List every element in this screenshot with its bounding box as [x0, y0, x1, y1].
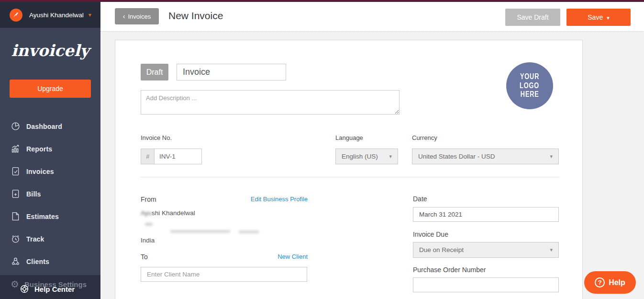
track-icon: [11, 234, 21, 244]
bills-icon: [11, 189, 21, 199]
gear-icon: ⚙: [11, 279, 19, 289]
bird-icon: [12, 11, 20, 19]
description-textarea[interactable]: [141, 90, 400, 115]
sidebar-nav: Dashboard Reports Invoices Bills: [0, 115, 100, 273]
page-header: ‹Invoices New Invoice Save Draft Save▾: [100, 2, 644, 32]
help-center-button[interactable]: Help Center: [19, 284, 75, 294]
section-divider: [140, 177, 559, 177]
dashboard-icon: [11, 121, 21, 131]
invoices-icon: [11, 166, 21, 176]
save-draft-button[interactable]: Save Draft: [505, 9, 560, 26]
save-button[interactable]: Save▾: [566, 9, 631, 26]
sidebar-item-track[interactable]: Track: [0, 228, 100, 250]
sidebar-item-clients[interactable]: Clients: [0, 250, 100, 273]
sidebar-item-invoices[interactable]: Invoices: [0, 160, 100, 183]
page-title: New Invoice: [168, 10, 223, 22]
chevron-down-icon: ▾: [550, 247, 553, 253]
sidebar-item-dashboard[interactable]: Dashboard: [0, 115, 100, 138]
language-label: Language: [335, 134, 363, 141]
invoice-title-input[interactable]: [177, 64, 286, 80]
user-menu[interactable]: Ayushi Khandelwal ▾: [0, 2, 100, 28]
client-name-input[interactable]: [141, 267, 307, 282]
invoice-card: Draft YOUR LOGO HERE Invoice No. # Langu…: [115, 40, 583, 299]
language-select[interactable]: English (US) ▾: [335, 149, 398, 164]
user-name: Ayushi Khandelwal: [29, 12, 84, 19]
to-label: To: [141, 253, 148, 261]
purchase-order-label: Purchase Order Number: [413, 266, 486, 274]
business-country: India: [141, 237, 155, 244]
edit-business-profile-link[interactable]: Edit Business Profile: [248, 196, 308, 203]
avatar: [10, 9, 22, 22]
redacted-address-line: [145, 223, 153, 226]
upgrade-button[interactable]: Upgrade: [10, 80, 91, 98]
reports-icon: [11, 144, 21, 154]
invoice-due-select[interactable]: Due on Receipt ▾: [413, 242, 559, 258]
hash-prefix: #: [141, 149, 155, 164]
invoice-no-input[interactable]: [155, 149, 201, 164]
redacted-address-line: [170, 230, 230, 233]
back-to-invoices-button[interactable]: ‹Invoices: [115, 8, 159, 24]
question-icon: ?: [595, 277, 605, 288]
chevron-left-icon: ‹: [123, 12, 125, 20]
chevron-down-icon: ▾: [607, 15, 610, 21]
clients-icon: [11, 256, 21, 266]
chevron-down-icon: ▾: [389, 153, 392, 160]
chevron-down-icon: ▾: [89, 12, 91, 18]
invoice-no-group: #: [141, 149, 202, 164]
sidebar-item-estimates[interactable]: Estimates: [0, 205, 100, 228]
business-name: Ayushi Khandelwal: [141, 209, 195, 217]
sidebar: invoicely Upgrade Dashboard Reports Invo…: [0, 28, 100, 299]
redacted-address-line: [239, 230, 259, 233]
currency-label: Currency: [412, 134, 437, 141]
currency-select[interactable]: United States Dollar - USD ▾: [412, 149, 559, 164]
from-label: From: [141, 196, 156, 203]
logo-upload-placeholder[interactable]: YOUR LOGO HERE: [506, 62, 553, 109]
date-label: Date: [413, 195, 427, 203]
app-window: Ayushi Khandelwal ▾ invoicely Upgrade Da…: [0, 0, 644, 299]
purchase-order-input[interactable]: [413, 277, 559, 292]
invoice-due-label: Invoice Due: [413, 230, 448, 238]
chevron-down-icon: ▾: [550, 153, 553, 160]
sidebar-footer: ⚙ Business Settings Help Center: [0, 275, 100, 299]
new-client-link[interactable]: New Client: [248, 253, 308, 260]
invoice-no-label: Invoice No.: [141, 134, 172, 141]
status-badge: Draft: [141, 64, 168, 80]
sidebar-item-bills[interactable]: Bills: [0, 183, 100, 205]
sidebar-item-reports[interactable]: Reports: [0, 138, 100, 160]
help-button[interactable]: ? Help: [584, 271, 636, 294]
lifebuoy-icon: [19, 284, 30, 294]
date-input[interactable]: [413, 207, 559, 222]
estimates-icon: [11, 211, 21, 221]
invoicely-logo: invoicely: [0, 41, 100, 60]
